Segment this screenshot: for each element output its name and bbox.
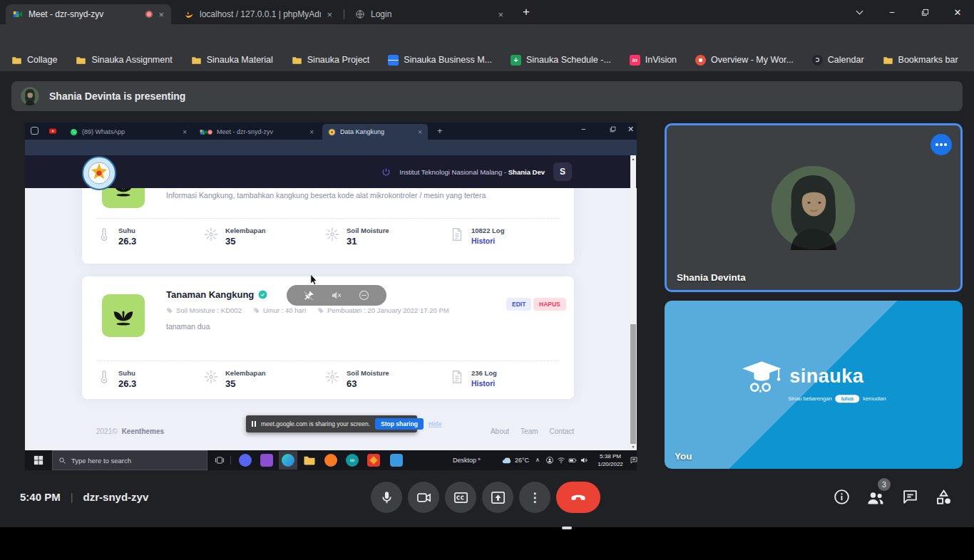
meeting-details-button[interactable]	[833, 488, 851, 506]
camera-button[interactable]	[408, 482, 439, 513]
folder-icon	[76, 55, 86, 66]
youtube-pinned-tab-icon	[48, 127, 57, 135]
histori-link: Histori	[471, 237, 504, 245]
participants-button[interactable]	[866, 488, 886, 508]
presenter-avatar	[21, 87, 39, 105]
presentation-video[interactable]: (89) WhatsApp × Meet - dzr-snyd-zyv × Da…	[25, 123, 637, 470]
tab-search-chevron-icon[interactable]	[843, 0, 876, 24]
presenting-banner: Shania Devinta is presenting	[11, 81, 963, 111]
bookmark-sinauka-material[interactable]: Sinauka Material	[191, 55, 273, 66]
tag-icon	[166, 307, 173, 314]
self-video-tile[interactable]: sinauka Sinau bebarengan lulus kemudian …	[665, 301, 963, 469]
tile-menu-button[interactable]	[931, 134, 952, 155]
browser-tab-login[interactable]: Login ×	[348, 4, 511, 24]
tray-time: 5:38 PM	[592, 452, 629, 460]
bookmark-overview[interactable]: Overview - My Wor...	[695, 55, 794, 66]
humidity-icon	[324, 227, 340, 242]
bookmark-sinauka-assignment[interactable]: Sinauka Assignment	[76, 55, 172, 66]
browser-tab-meet[interactable]: Meet - dzr-snyd-zyv ×	[6, 4, 171, 24]
notification-center-icon	[630, 456, 638, 465]
bookmark-bookmarks-bar-folder[interactable]: Bookmarks bar	[883, 55, 958, 66]
end-call-button[interactable]	[556, 482, 600, 513]
start-button-icon	[34, 455, 43, 465]
tab-title: Data Kangkung	[340, 128, 414, 135]
site-avatar: S	[553, 162, 572, 181]
footer-brand: Keenthemes	[122, 427, 164, 435]
recording-indicator-icon	[145, 11, 153, 18]
sinauka-wordmark: sinauka	[789, 365, 863, 388]
weather-icon	[501, 455, 512, 466]
more-icon: ⋮	[529, 490, 541, 505]
window-restore-button[interactable]	[908, 0, 941, 24]
globe-favicon-icon	[355, 9, 365, 19]
tab-close-icon[interactable]: ×	[158, 10, 164, 19]
sinauka-tagline: Sinau bebarengan lulus kemudian	[788, 395, 886, 403]
scroll-down-icon: ▼	[630, 445, 636, 449]
shared-edge-tabbar: (89) WhatsApp × Meet - dzr-snyd-zyv × Da…	[25, 123, 637, 140]
browser-tab-strip: Meet - dzr-snyd-zyv × localhost / 127.0.…	[0, 0, 974, 24]
tab-close-icon: ×	[183, 128, 187, 136]
browser-tab-phpmyadmin[interactable]: localhost / 127.0.0.1 | phpMyAdm ×	[177, 4, 339, 24]
activities-button[interactable]	[934, 488, 953, 507]
red-app-icon	[367, 454, 380, 467]
bookmark-label: Sinauka Assignment	[91, 55, 172, 65]
whatsapp-favicon-icon	[70, 128, 78, 136]
bottom-black-strip	[0, 527, 974, 560]
scroll-up-icon: ▲	[630, 157, 636, 161]
tab-close-icon[interactable]: ×	[327, 10, 332, 19]
meet-floating-controls	[287, 285, 386, 306]
shared-tab-meet: Meet - dzr-snyd-zyv ×	[194, 124, 319, 140]
bookmark-invision[interactable]: inInVision	[630, 55, 677, 66]
bookmark-label: Overview - My Wor...	[711, 55, 794, 65]
bookmark-sinauka-project[interactable]: Sinauka Project	[292, 55, 370, 66]
footer-link-team: Team	[521, 427, 538, 435]
bookmark-sinauka-business[interactable]: Sinauka Business M...	[388, 55, 492, 66]
itn-favicon-icon	[328, 128, 336, 136]
scrollbar-thumb	[630, 324, 636, 444]
card1-info-text: Informasi Kangkung, tambahkan kangkung b…	[166, 191, 486, 199]
captions-icon	[453, 489, 469, 506]
footer-link-contact: Contact	[550, 427, 574, 435]
edit-button: EDIT	[506, 298, 531, 311]
footer-link-about: About	[491, 427, 509, 435]
bookmarks-bar: Collage Sinauka Assignment Sinauka Mater…	[0, 48, 974, 71]
chat-button[interactable]	[901, 488, 919, 506]
captions-button[interactable]	[445, 482, 476, 513]
microphone-button[interactable]	[371, 482, 402, 513]
desktop-toolbar-label: Desktop »	[453, 457, 481, 464]
present-button[interactable]	[482, 482, 513, 513]
pin-off-icon	[303, 289, 315, 301]
phpmyadmin-favicon-icon	[184, 9, 194, 19]
search-icon	[58, 457, 66, 465]
bookmark-collage[interactable]: Collage	[11, 55, 57, 66]
windows-search-box: Type here to search	[52, 450, 207, 470]
discord-icon	[239, 454, 252, 467]
bookmark-label: Calendar	[828, 55, 864, 65]
volume-off-icon	[330, 289, 342, 301]
stat-suhu: Suhu26.3	[96, 369, 136, 389]
bookmark-calendar[interactable]: Calendar	[812, 55, 864, 66]
tab-close-icon: ×	[418, 128, 422, 136]
divider: |	[71, 491, 73, 503]
tab-title: Meet - dzr-snyd-zyv	[29, 9, 140, 19]
sheets-icon: +	[511, 55, 521, 66]
card2-title: Tanaman Kangkung	[166, 289, 267, 300]
tab-close-icon[interactable]: ×	[498, 10, 503, 19]
site-header: Institut Teknologi Nasional Malang - Sha…	[25, 155, 637, 188]
window-close-button[interactable]: ✕	[941, 0, 974, 24]
participant-avatar	[771, 165, 856, 250]
bookmark-sinauka-schedule[interactable]: +Sinauka Schedule -...	[511, 55, 611, 66]
bookmark-label: Collage	[27, 55, 57, 65]
thermometer-icon	[96, 369, 112, 385]
clock: 5:40 PM	[20, 491, 61, 503]
document-icon	[449, 227, 465, 242]
participant-tile-shania[interactable]: Shania Devinta	[665, 123, 963, 292]
window-minimize-button[interactable]: −	[876, 0, 908, 24]
new-tab-icon: +	[437, 125, 443, 136]
tag-icon	[317, 307, 324, 314]
tab-title: Meet - dzr-snyd-zyv	[217, 128, 305, 135]
more-options-button[interactable]: ⋮	[519, 482, 550, 513]
new-tab-button[interactable]: +	[523, 5, 530, 19]
tab-title: localhost / 127.0.0.1 | phpMyAdm	[200, 9, 321, 19]
footer-year: 2021©	[96, 427, 118, 435]
